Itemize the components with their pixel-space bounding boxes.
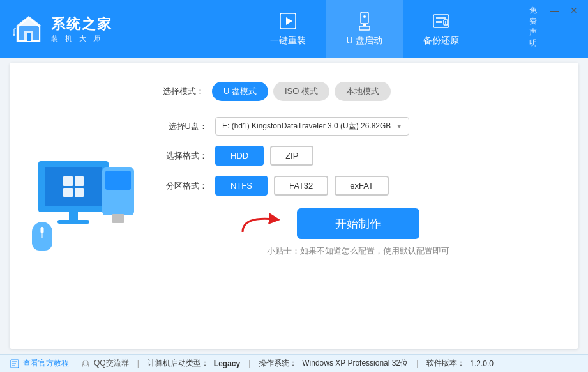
computer-illustration [26, 161, 134, 251]
qq-group-label: QQ交流群 [94, 358, 129, 369]
backup-icon [431, 11, 451, 31]
partition-format-label: 分区格式： [163, 180, 207, 192]
usb-boot-icon [354, 11, 375, 31]
nav-tab-backup[interactable]: 备份还原 [403, 0, 479, 58]
boot-type-value: Legacy [214, 359, 240, 368]
os-value: Windows XP Professional 32位 [302, 358, 408, 369]
svg-rect-15 [436, 17, 446, 19]
title-bar: 免费声明 — ✕ [541, 0, 588, 20]
divider2: | [248, 359, 250, 368]
format-btn-hdd[interactable]: HDD [215, 146, 264, 166]
mode-btn-local[interactable]: 本地模式 [335, 82, 391, 101]
version-label: 软件版本： [426, 358, 465, 369]
close-button[interactable]: ✕ [565, 4, 583, 17]
usb-select-dropdown[interactable]: E: (hd1) KingstonDataTraveler 3.0 (U盘) 2… [215, 117, 409, 136]
os-label: 操作系统： [259, 358, 297, 369]
nav-tab-usb-label: U 盘启动 [347, 35, 382, 47]
format-type-label: 选择格式： [163, 150, 207, 162]
logo-main-title: 系统之家 [51, 15, 112, 34]
start-btn-row: 开始制作 [163, 208, 553, 239]
tip-text: 小贴士：如果不知道怎么配置，使用默认配置即可 [163, 245, 553, 257]
content-card: 选择模式： U 盘模式 ISO 模式 本地模式 选择U盘： E: (hd1) K… [10, 63, 578, 349]
partition-btn-ntfs[interactable]: NTFS [215, 176, 268, 196]
svg-marker-3 [17, 16, 41, 26]
official-tutorial-item[interactable]: 查看官方教程 [10, 358, 69, 369]
format-type-row: 选择格式： HDD ZIP [163, 146, 553, 166]
partition-btn-exfat[interactable]: exFAT [335, 176, 389, 196]
mouse-body [32, 222, 52, 251]
svg-rect-4 [27, 33, 31, 41]
usb-drive [102, 167, 134, 215]
usb-select-row: 选择U盘： E: (hd1) KingstonDataTraveler 3.0 … [163, 117, 553, 136]
logo-text: 系统之家 装 机 大 师 [51, 15, 112, 43]
minimize-button[interactable]: — [546, 4, 564, 17]
header: 系统之家 装 机 大 师 一键重装 U 盘启动 [0, 0, 588, 58]
logo-sub-title: 装 机 大 师 [51, 34, 112, 43]
usb-select-value: E: (hd1) KingstonDataTraveler 3.0 (U盘) 2… [222, 121, 391, 132]
nav-tab-usb-boot[interactable]: U 盘启动 [326, 0, 403, 58]
svg-rect-16 [436, 21, 442, 23]
left-illustration [10, 63, 150, 349]
official-tutorial-label: 查看官方教程 [23, 358, 69, 369]
logo-icon [13, 13, 45, 45]
qq-group-item[interactable]: QQ交流群 [80, 358, 129, 369]
monitor-inner [45, 167, 102, 206]
nav-tabs: 一键重装 U 盘启动 备份还原 [140, 0, 588, 58]
dropdown-arrow-icon: ▼ [396, 123, 402, 130]
mouse [32, 222, 52, 251]
red-arrow-icon [236, 203, 287, 235]
usb-select-label: 选择U盘： [163, 121, 207, 132]
usb-connector [112, 214, 124, 223]
nav-tab-reinstall-label: 一键重装 [270, 35, 306, 47]
monitor-base [57, 220, 89, 224]
tutorial-icon [10, 359, 20, 369]
status-bar: 查看官方教程 QQ交流群 | 计算机启动类型： Legacy | 操作系统： W… [0, 354, 588, 372]
usb-drive-inner [105, 171, 131, 190]
partition-format-row: 分区格式： NTFS FAT32 exFAT [163, 176, 553, 196]
logo-area: 系统之家 装 机 大 师 [0, 13, 140, 45]
nav-tab-reinstall[interactable]: 一键重装 [250, 0, 326, 58]
boot-type-label: 计算机启动类型： [147, 358, 209, 369]
version-value: 1.2.0.0 [470, 359, 494, 368]
mouse-scroll [41, 227, 44, 233]
qq-icon [80, 359, 91, 369]
nav-tab-backup-label: 备份还原 [423, 35, 459, 47]
mode-btn-iso[interactable]: ISO 模式 [273, 82, 329, 101]
mode-selector-label: 选择模式： [163, 86, 204, 97]
divider3: | [416, 359, 418, 368]
monitor [38, 161, 109, 212]
mode-selector-row: 选择模式： U 盘模式 ISO 模式 本地模式 [163, 82, 553, 101]
svg-point-7 [13, 34, 15, 36]
right-form: 选择模式： U 盘模式 ISO 模式 本地模式 选择U盘： E: (hd1) K… [150, 63, 578, 349]
svg-rect-12 [359, 26, 370, 30]
divider1: | [137, 359, 139, 368]
svg-point-13 [363, 15, 366, 18]
start-button[interactable]: 开始制作 [297, 208, 419, 239]
partition-btn-fat32[interactable]: FAT32 [274, 176, 328, 196]
reinstall-icon [278, 11, 298, 31]
windows-logo [63, 176, 84, 197]
mode-btn-usb[interactable]: U 盘模式 [212, 82, 268, 101]
svg-marker-9 [286, 17, 292, 25]
svg-rect-18 [445, 21, 446, 24]
svg-point-46 [83, 360, 88, 366]
disclaimer-button[interactable]: 免费声明 [529, 5, 537, 49]
format-btn-zip[interactable]: ZIP [270, 146, 313, 166]
